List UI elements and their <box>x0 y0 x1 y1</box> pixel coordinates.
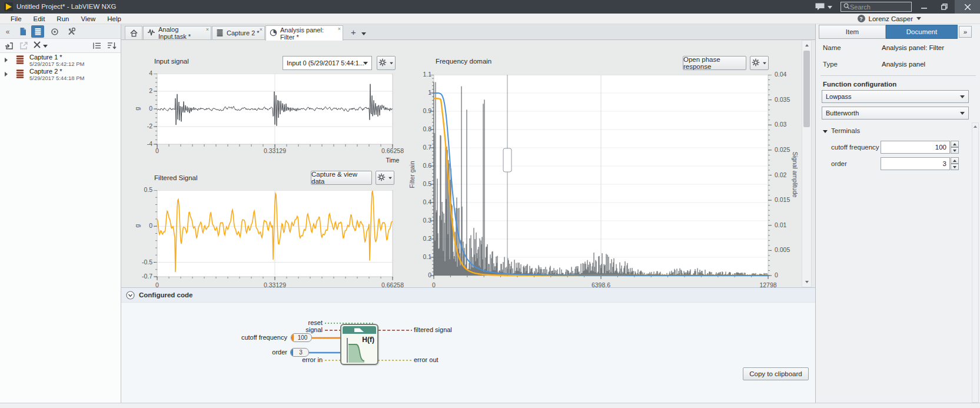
menu-item-file[interactable]: File <box>5 15 28 22</box>
tick-label: 0.8 <box>408 125 431 133</box>
tick-label: 0.3 <box>408 217 431 224</box>
capture-name[interactable]: Capture 1 * <box>29 54 62 61</box>
frequency-settings-button[interactable] <box>750 56 769 70</box>
capture-data-icon <box>15 55 25 65</box>
close-tab-icon[interactable]: × <box>206 26 209 32</box>
menu-item-help[interactable]: Help <box>101 15 127 22</box>
filter-design-dropdown[interactable]: Butterworth <box>822 107 969 120</box>
search-box[interactable] <box>841 2 912 12</box>
close-tab-icon[interactable]: × <box>260 26 263 32</box>
tab-home[interactable] <box>125 26 142 40</box>
inspector-scrollbar[interactable] <box>972 122 979 403</box>
outline-view-icon[interactable] <box>92 41 102 52</box>
user-area[interactable]: ? Lorenz Casper <box>858 15 921 22</box>
delete-dropdown-icon[interactable] <box>43 45 48 48</box>
feedback-dropdown-icon[interactable] <box>828 6 832 9</box>
search-input[interactable] <box>850 4 906 11</box>
window-title: Untitled Project* - LabVIEW NXG <box>16 3 116 10</box>
new-tab-button[interactable]: + <box>351 27 356 37</box>
menu-item-view[interactable]: View <box>75 15 101 22</box>
import-capture-icon[interactable] <box>5 41 14 52</box>
collapse-sidebar-icon[interactable]: « <box>2 25 13 38</box>
configured-code-body: reset signal cutoff frequency 100 order … <box>121 303 815 403</box>
order-stepper[interactable] <box>951 157 959 170</box>
user-dropdown-icon[interactable] <box>916 17 921 20</box>
expand-icon[interactable] <box>5 58 8 62</box>
restore-button[interactable] <box>936 0 952 14</box>
menu-item-edit[interactable]: Edit <box>28 15 51 22</box>
frequency-domain-title: Frequency domain <box>436 58 491 65</box>
capture-tree-item[interactable]: Capture 1 *5/29/2017 5:42:12 PM <box>0 53 121 67</box>
frequency-domain-chart[interactable] <box>429 75 773 280</box>
close-tab-icon[interactable]: × <box>338 26 341 32</box>
stepper-up-icon[interactable] <box>951 141 959 147</box>
terminals-collapse-icon[interactable] <box>823 130 828 133</box>
cutoff-constant[interactable]: 100 <box>291 333 312 342</box>
order-constant[interactable]: 3 <box>290 348 309 357</box>
capture-data-icon <box>15 69 25 79</box>
new-tab-dropdown-icon[interactable] <box>361 32 366 35</box>
minimize-button[interactable] <box>916 0 932 14</box>
delete-capture-icon[interactable] <box>34 41 41 50</box>
copy-to-clipboard-button[interactable]: Copy to clipboard <box>743 367 809 380</box>
capture-tree-item[interactable]: Capture 2 *5/29/2017 5:44:18 PM <box>0 67 121 81</box>
scroll-up-icon[interactable] <box>802 41 812 49</box>
cutoff-frequency-field[interactable]: 100 <box>881 141 950 154</box>
captured-data-view-icon[interactable] <box>31 25 44 38</box>
more-tabs-button[interactable]: » <box>959 26 972 38</box>
expand-icon[interactable] <box>5 72 8 77</box>
filter-function-node[interactable]: H(f) <box>340 324 378 365</box>
terminals-title[interactable]: Terminals <box>831 127 860 134</box>
stepper-down-icon[interactable] <box>951 147 959 154</box>
tab-document[interactable]: Document <box>886 25 958 39</box>
tick-label: 0.66258 <box>375 147 410 155</box>
order-label: order <box>831 160 847 167</box>
stepper-down-icon[interactable] <box>951 164 959 170</box>
tab-analysis-panel-filter[interactable]: Analysis panel: Filter *× <box>265 25 343 41</box>
close-button[interactable] <box>955 0 980 14</box>
capture-name[interactable]: Capture 2 * <box>29 68 62 75</box>
tools-view-icon[interactable] <box>65 25 78 38</box>
menu-item-run[interactable]: Run <box>51 15 75 22</box>
tick-label: 0 <box>139 281 175 287</box>
tab-item[interactable]: Item <box>819 25 886 39</box>
help-icon[interactable]: ? <box>858 15 865 22</box>
filtered-settings-button[interactable] <box>376 171 394 185</box>
scroll-up-icon[interactable] <box>972 123 979 130</box>
filter-type-dropdown[interactable]: Lowpass <box>822 90 969 103</box>
capture-view-data-button[interactable]: Capture & view data <box>311 171 372 185</box>
input-source-dropdown[interactable]: Input 0 (5/29/2017 5:44:1... <box>283 56 372 70</box>
input-settings-button[interactable] <box>377 56 396 70</box>
gear-icon <box>752 58 760 68</box>
cursor-handle[interactable] <box>503 148 511 172</box>
tick-label: 0 <box>408 271 431 279</box>
terminal-filtered-signal-label: filtered signal <box>414 326 452 334</box>
menu-items: FileEditRunViewHelp <box>5 15 127 22</box>
tick-label: 0.03 <box>775 121 800 128</box>
stepper-up-icon[interactable] <box>951 157 959 164</box>
export-capture-icon[interactable] <box>19 41 28 52</box>
tab-analog-input-task[interactable]: Analog Input.task *× <box>143 26 211 40</box>
open-phase-response-button[interactable]: Open phase response <box>683 56 746 70</box>
record-view-icon[interactable] <box>48 25 61 38</box>
capture-toolbar <box>0 39 121 53</box>
tick-label: 0 <box>129 105 152 112</box>
gear-icon <box>377 173 386 183</box>
horizontal-scrollbar[interactable] <box>0 403 980 408</box>
tick-label: 12798 <box>750 281 786 287</box>
order-field[interactable]: 3 <box>881 157 950 170</box>
filtered-signal-chart[interactable] <box>152 190 397 280</box>
sort-icon[interactable] <box>107 41 117 52</box>
tick-label: 0.66258 <box>375 281 410 287</box>
cutoff-frequency-stepper[interactable] <box>951 141 959 154</box>
files-view-icon[interactable] <box>16 25 29 38</box>
scroll-down-icon[interactable] <box>802 278 812 286</box>
feedback-icon[interactable] <box>815 2 825 12</box>
input-signal-chart[interactable] <box>152 74 397 155</box>
content-scrollbar-thumb[interactable] <box>803 51 810 127</box>
input-x-axis-label: Time <box>375 157 410 164</box>
tab-capture-2[interactable]: Capture 2 *× <box>212 26 265 40</box>
user-name[interactable]: Lorenz Casper <box>869 15 913 22</box>
tick-label: 0.5 <box>129 186 152 194</box>
collapse-section-icon[interactable] <box>126 291 135 301</box>
